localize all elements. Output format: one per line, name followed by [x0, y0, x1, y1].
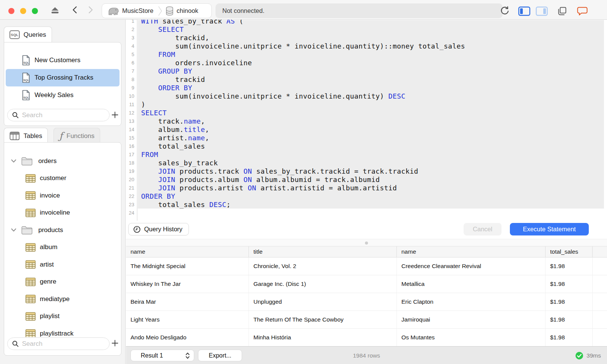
sql-text: ,: [205, 126, 209, 133]
queries-search-field[interactable]: [7, 109, 110, 121]
toggle-right-sidebar-icon[interactable]: [536, 6, 548, 16]
tables-search-field[interactable]: [7, 337, 110, 350]
chat-icon[interactable]: [577, 6, 588, 16]
tree-table-row[interactable]: customer: [4, 170, 121, 187]
tree-table-row[interactable]: artist: [4, 256, 121, 273]
sql-keyword: name: [184, 117, 201, 125]
connection-status-text: Not connected.: [222, 7, 264, 14]
back-button[interactable]: [71, 5, 80, 14]
add-table-button[interactable]: [110, 338, 120, 348]
table-cell[interactable]: Jamiroquai: [397, 311, 546, 328]
line-number: 8: [126, 75, 137, 84]
eject-icon[interactable]: [50, 5, 60, 15]
breadcrumb-server[interactable]: MusicStore: [122, 7, 154, 14]
sql-text: trackid: [141, 75, 205, 83]
table-cell[interactable]: Chronicle, Vol. 2: [249, 257, 397, 275]
line-number: 13: [126, 117, 137, 126]
results-statusbar: Result 1 Export... 1984 rows 39ms: [126, 346, 607, 364]
table-cell[interactable]: Minha História: [249, 329, 397, 346]
tab-functions[interactable]: ƒ Functions: [53, 128, 100, 144]
table-cell[interactable]: Light Years: [126, 311, 249, 328]
results-header: nametitlenametotal_sales: [126, 246, 607, 257]
table-cell[interactable]: Creedence Clearwater Revival: [397, 257, 546, 275]
tree-table-row[interactable]: invoice: [4, 187, 121, 204]
cancel-button[interactable]: Cancel: [464, 223, 502, 235]
code-line: WITH sales_by_track AS (: [141, 20, 465, 25]
table-row[interactable]: Light YearsThe Return Of The Space Cowbo…: [126, 311, 607, 329]
sql-text: album.: [141, 126, 184, 133]
toggle-left-sidebar-icon[interactable]: [518, 6, 530, 16]
table-cell[interactable]: Unplugged: [249, 293, 397, 311]
sql-editor[interactable]: 123456789101112131415161718192021222324 …: [126, 20, 607, 221]
breadcrumb-separator-icon: [157, 5, 163, 17]
tree-item-label: album: [40, 243, 57, 251]
table-cell[interactable]: Os Mutantes: [397, 329, 546, 346]
sql-badge-icon: SQL: [9, 30, 20, 39]
table-cell[interactable]: $1.98: [546, 257, 593, 275]
sql-text: [141, 184, 158, 192]
query-list-item[interactable]: SQL Weekly Sales: [6, 86, 120, 104]
query-list-item[interactable]: SQL New Customers: [6, 52, 120, 69]
tab-queries[interactable]: SQL Queries: [4, 27, 52, 42]
line-number: 18: [126, 159, 137, 167]
tree-folder-row[interactable]: orders: [4, 152, 121, 170]
table-row[interactable]: Ando Meio DesligadoMinha HistóriaOs Muta…: [126, 329, 607, 346]
line-number: 16: [126, 142, 137, 151]
column-header[interactable]: name: [397, 246, 546, 257]
breadcrumb-database[interactable]: chinook: [177, 7, 198, 14]
table-cell[interactable]: Ando Meio Desligado: [126, 329, 249, 346]
code-line: trackid,: [141, 34, 465, 42]
table-cell[interactable]: The Return Of The Space Cowboy: [249, 311, 397, 328]
table-cell[interactable]: $1.98: [546, 329, 593, 346]
refresh-icon[interactable]: [500, 5, 510, 16]
tables-search-row: [4, 337, 121, 352]
table-cell[interactable]: $1.98: [546, 293, 593, 311]
sql-text: products.album: [175, 176, 244, 184]
query-list-item[interactable]: SQL Top Grossing Tracks: [6, 69, 120, 86]
tree-table-row[interactable]: genre: [4, 273, 121, 291]
queries-search-input[interactable]: [22, 111, 102, 119]
column-header[interactable]: total_sales: [546, 246, 593, 257]
table-cell[interactable]: Eric Clapton: [397, 293, 546, 311]
close-button[interactable]: [8, 8, 14, 14]
plus-icon: [111, 111, 119, 119]
add-query-button[interactable]: [110, 110, 120, 120]
tab-queries-label: Queries: [24, 31, 46, 39]
table-row[interactable]: Whiskey In The JarGarage Inc. (Disc 1)Me…: [126, 275, 607, 293]
sql-text: [141, 25, 158, 33]
forward-button[interactable]: [86, 5, 95, 14]
results-body: The Midnight SpecialChronicle, Vol. 2Cre…: [126, 257, 607, 346]
sql-text: ;: [226, 201, 231, 209]
splitter-handle[interactable]: [126, 239, 607, 246]
code-line: FROM: [141, 151, 465, 159]
zoom-button[interactable]: [32, 8, 38, 14]
table-cell[interactable]: $1.98: [546, 275, 593, 293]
table-cell[interactable]: $1.98: [546, 311, 593, 328]
table-cell[interactable]: Beira Mar: [126, 293, 249, 311]
table-cell[interactable]: Metallica: [397, 275, 546, 293]
table-cell[interactable]: Whiskey In The Jar: [126, 275, 249, 293]
table-cell[interactable]: The Midnight Special: [126, 257, 249, 275]
table-row[interactable]: The Midnight SpecialChronicle, Vol. 2Cre…: [126, 257, 607, 275]
windows-icon[interactable]: [557, 6, 568, 16]
tree-table-row[interactable]: invoiceline: [4, 204, 121, 222]
table-cell[interactable]: Garage Inc. (Disc 1): [249, 275, 397, 293]
tree-item-label: customer: [40, 174, 66, 182]
tree-folder-row[interactable]: products: [4, 221, 121, 239]
code-line: JOIN products.track ON sales_by_track.tr…: [141, 167, 465, 176]
column-header[interactable]: title: [249, 246, 397, 257]
folder-icon: [21, 225, 33, 235]
minimize-button[interactable]: [20, 8, 26, 14]
tree-table-row[interactable]: album: [4, 239, 121, 256]
execute-statement-button[interactable]: Execute Statement: [510, 223, 589, 235]
tree-table-row[interactable]: playlist: [4, 308, 121, 325]
tab-tables[interactable]: Tables: [4, 128, 48, 144]
search-icon: [12, 111, 19, 119]
tree-table-row[interactable]: mediatype: [4, 290, 121, 308]
table-row[interactable]: Beira MarUnpluggedEric Clapton$1.98: [126, 293, 607, 311]
tables-search-input[interactable]: [22, 340, 102, 348]
main-area: 123456789101112131415161718192021222324 …: [126, 20, 607, 364]
column-header[interactable]: name: [126, 246, 249, 257]
table-icon: [25, 260, 36, 269]
query-history-button[interactable]: Query History: [128, 223, 189, 235]
